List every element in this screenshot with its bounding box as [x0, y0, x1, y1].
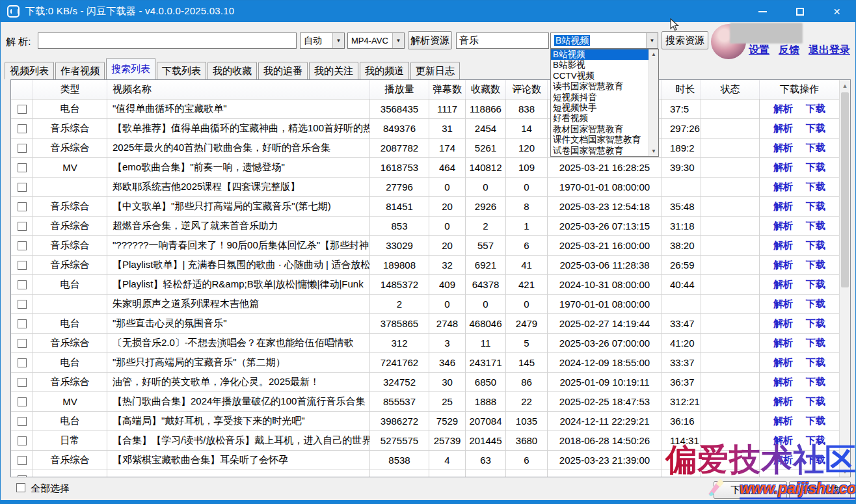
- column-header-1[interactable]: 类型: [33, 80, 107, 99]
- dropdown-option[interactable]: 教材国家智慧教育: [551, 124, 650, 135]
- download-link[interactable]: 下载: [806, 122, 825, 135]
- row-checkbox[interactable]: [18, 105, 27, 114]
- download-link[interactable]: 下载: [806, 161, 825, 174]
- search-resource-button[interactable]: 搜索资源: [662, 31, 708, 49]
- row-checkbox[interactable]: [18, 124, 27, 133]
- settings-link[interactable]: 设置: [749, 44, 769, 57]
- row-checkbox[interactable]: [18, 300, 27, 309]
- row-checkbox[interactable]: [18, 339, 27, 348]
- tab-搜索列表[interactable]: 搜索列表: [106, 58, 155, 79]
- table-row[interactable]: 电台"那些直击心灵的氛围音乐"3785865274846804624792025…: [11, 314, 839, 334]
- row-checkbox[interactable]: [18, 378, 27, 387]
- table-row[interactable]: 音乐综合【Playlist歌单】| 充满春日氛围的歌曲 · 心随曲动 | 适合放…: [11, 256, 839, 275]
- parse-link[interactable]: 解析: [773, 317, 793, 330]
- scroll-up-icon[interactable]: ▲: [649, 49, 658, 59]
- download-link[interactable]: 下载: [806, 337, 825, 349]
- tab-视频列表[interactable]: 视频列表: [5, 62, 54, 79]
- tab-我的追番[interactable]: 我的追番: [258, 62, 308, 79]
- table-row[interactable]: 音乐综合【中文歌单】"那些只打高端局的宝藏音乐"(第七期)81451202926…: [11, 197, 839, 217]
- dropdown-scrollbar[interactable]: ▲ ▼: [649, 49, 658, 156]
- dropdown-option[interactable]: 试卷国家智慧教育: [551, 146, 650, 156]
- parse-link[interactable]: 解析: [773, 161, 793, 174]
- download-link[interactable]: 下载: [806, 317, 825, 330]
- parse-link[interactable]: 解析: [773, 220, 793, 232]
- download-link[interactable]: 下载: [806, 142, 825, 154]
- chevron-down-icon[interactable]: ▼: [392, 33, 404, 48]
- download-link[interactable]: 下载: [806, 298, 825, 310]
- table-row[interactable]: 朱家明原声之道系列课程木吉他篇20001970-01-01 08:00:00解析…: [11, 295, 839, 314]
- search-category-select[interactable]: B站视频 ▼: [550, 33, 658, 49]
- parse-link[interactable]: 解析: [773, 395, 793, 408]
- titlebar[interactable]: 下载:0 KB/s - 闪豆下载器 - v4.0.0.0-2025.03.10 …: [1, 1, 855, 22]
- row-checkbox[interactable]: [18, 475, 27, 477]
- table-row[interactable]: MV【emo歌曲合集】"前奏一响，遗憾登场"161875346414081210…: [11, 158, 839, 178]
- row-checkbox[interactable]: [18, 202, 27, 211]
- scrollbar-thumb[interactable]: [841, 92, 849, 287]
- parse-link[interactable]: 解析: [773, 376, 793, 388]
- download-link[interactable]: 下载: [806, 181, 825, 193]
- auto-quality-select[interactable]: 自动 ▼: [300, 33, 345, 49]
- table-row[interactable]: MV【热门歌曲合集】2024年播放量破亿的100首流行音乐合集855537251…: [11, 392, 839, 412]
- table-row[interactable]: 音乐综合〔无损音乐2.0〕-不想去演唱会？在家也能给伍佰唱情歌312311520…: [11, 334, 839, 353]
- table-row[interactable]: 音乐综合2025年最火的40首热门歌曲合集，好听的音乐合集20877821745…: [11, 139, 839, 158]
- dropdown-option[interactable]: CCTV视频: [551, 71, 650, 81]
- column-header-9[interactable]: 状态: [701, 80, 760, 99]
- row-checkbox[interactable]: [18, 183, 27, 192]
- parse-link[interactable]: 解析: [773, 142, 793, 154]
- row-checkbox[interactable]: [18, 417, 27, 426]
- row-checkbox[interactable]: [18, 436, 27, 445]
- scroll-up-icon[interactable]: ▲: [840, 80, 850, 91]
- download-link[interactable]: 下载: [806, 200, 825, 213]
- row-checkbox[interactable]: [18, 358, 27, 367]
- parse-link[interactable]: 解析: [773, 337, 793, 349]
- tab-我的频道[interactable]: 我的频道: [360, 62, 409, 79]
- tab-我的收藏[interactable]: 我的收藏: [207, 62, 257, 79]
- vertical-scrollbar[interactable]: ▲ ▼: [839, 80, 850, 477]
- dropdown-option[interactable]: 短视频快手: [551, 103, 650, 113]
- download-link[interactable]: 下载: [806, 395, 825, 408]
- column-header-0[interactable]: [11, 80, 33, 99]
- parse-link[interactable]: 解析: [773, 122, 793, 135]
- table-row[interactable]: 电台【Playlist】轻松舒适的R&amp;B歌单|放松|慵懒|律动|Funk…: [11, 275, 839, 295]
- row-checkbox[interactable]: [18, 261, 27, 270]
- search-keyword-input[interactable]: [456, 33, 549, 49]
- download-link[interactable]: 下载: [806, 376, 825, 388]
- row-checkbox[interactable]: [18, 144, 27, 153]
- column-header-2[interactable]: 视频名称: [107, 80, 370, 99]
- table-row[interactable]: 电台"那些只打高端局的宝藏音乐"（第二期）7241762346243171145…: [11, 353, 839, 373]
- table-row[interactable]: 音乐综合油管，好听的英文歌单，净化心灵。2025最新！3247523068508…: [11, 373, 839, 392]
- row-checkbox[interactable]: [18, 456, 27, 465]
- download-link[interactable]: 下载: [806, 239, 825, 252]
- chevron-down-icon[interactable]: ▼: [332, 33, 344, 48]
- logout-link[interactable]: 退出登录: [809, 44, 850, 57]
- parse-link[interactable]: 解析: [773, 259, 793, 271]
- parse-resource-button[interactable]: 解析资源: [408, 31, 452, 49]
- dropdown-option[interactable]: B站视频: [551, 49, 650, 60]
- table-row[interactable]: 郑欧耶系统吉他2025课程【四套课完整版】277960001970-01-01 …: [11, 178, 839, 197]
- parse-link[interactable]: 解析: [773, 415, 793, 427]
- column-header-4[interactable]: 弹幕数: [429, 80, 466, 99]
- dropdown-option[interactable]: 好看视频: [551, 113, 650, 124]
- parse-link[interactable]: 解析: [773, 356, 793, 369]
- minimize-button[interactable]: [744, 1, 781, 22]
- parse-link[interactable]: 解析: [773, 181, 793, 193]
- download-link[interactable]: 下载: [806, 220, 825, 232]
- column-header-6[interactable]: 评论数: [506, 80, 548, 99]
- table-row[interactable]: 音乐综合【歌单推荐】值得单曲循环的宝藏神曲，精选100首好听的热84937631…: [11, 119, 839, 139]
- tab-作者视频[interactable]: 作者视频: [55, 62, 105, 79]
- dropdown-option[interactable]: 读书国家智慧教育: [551, 81, 650, 92]
- maximize-button[interactable]: [781, 1, 818, 22]
- chevron-down-icon[interactable]: ▼: [646, 33, 658, 48]
- download-link[interactable]: 下载: [806, 356, 825, 369]
- parse-link[interactable]: 解析: [773, 239, 793, 252]
- parse-link[interactable]: 解析: [773, 103, 793, 115]
- column-header-8[interactable]: 时长: [662, 80, 701, 99]
- parse-link[interactable]: 解析: [773, 278, 793, 291]
- column-header-5[interactable]: 收藏数: [466, 80, 506, 99]
- select-all-checkbox[interactable]: [16, 483, 25, 492]
- column-header-10[interactable]: 下载操作: [760, 80, 839, 99]
- close-button[interactable]: ✕: [818, 1, 855, 22]
- tab-下载列表[interactable]: 下载列表: [157, 62, 206, 79]
- dropdown-option[interactable]: B站影视: [551, 60, 650, 70]
- scroll-down-icon[interactable]: ▼: [649, 146, 658, 156]
